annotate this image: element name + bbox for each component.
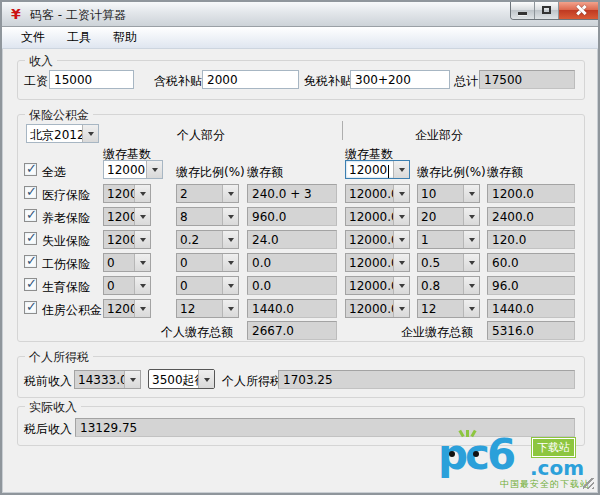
combo-value: 12000.0 bbox=[346, 277, 393, 294]
enterprise-ratio-combo[interactable]: 0.8 bbox=[417, 276, 480, 295]
dropdown-arrow-icon bbox=[124, 371, 140, 388]
dropdown-arrow-icon bbox=[463, 300, 479, 317]
salary-label: 工资 bbox=[24, 73, 48, 90]
enterprise-base-combo[interactable]: 12000.0 bbox=[345, 276, 410, 295]
dropdown-arrow-icon bbox=[463, 254, 479, 271]
pc6-domain-suffix: .com bbox=[530, 456, 584, 480]
tax-threshold-combo[interactable]: 3500起征 bbox=[148, 369, 215, 389]
pretax-income-combo[interactable]: 14333.0 bbox=[74, 370, 141, 389]
pc6-slogan: 中国最安全的下载站 bbox=[438, 478, 590, 491]
personal-ratio-combo[interactable]: 0 bbox=[176, 253, 239, 272]
insurance-row-pension: ✓ 养老保险 12000.0 8 960.0 12000.0 20 2400.0 bbox=[2, 207, 598, 226]
row-label: 养老保险 bbox=[42, 210, 90, 227]
personal-base-combo[interactable]: 0 bbox=[103, 253, 151, 272]
combo-value: 20 bbox=[418, 208, 463, 225]
combo-value: 3500起征 bbox=[149, 370, 198, 388]
insurance-group-label: 保险公积金 bbox=[25, 107, 93, 124]
enterprise-ratio-combo[interactable]: 20 bbox=[417, 207, 480, 226]
personal-base-combo[interactable]: 0 bbox=[103, 276, 151, 295]
dropdown-arrow-icon bbox=[222, 277, 238, 294]
row-checkbox[interactable]: ✓ bbox=[24, 232, 37, 245]
combo-value: 0.2 bbox=[177, 231, 222, 248]
tax-group-label: 个人所得税 bbox=[25, 349, 93, 366]
enterprise-ratio-combo[interactable]: 0.5 bbox=[417, 253, 480, 272]
personal-ratio-combo[interactable]: 0 bbox=[176, 276, 239, 295]
combo-value: 0 bbox=[177, 254, 222, 271]
row-checkbox[interactable]: ✓ bbox=[24, 301, 37, 314]
personal-base-combo[interactable]: 12000.0 bbox=[103, 207, 151, 226]
net-group-label: 实际收入 bbox=[25, 399, 81, 416]
dropdown-arrow-icon bbox=[222, 300, 238, 317]
salary-input[interactable] bbox=[49, 70, 134, 89]
enterprise-ratio-header: 缴存比例(%) bbox=[417, 164, 486, 181]
minimize-button[interactable] bbox=[511, 2, 535, 19]
taxfree-allowance-input[interactable] bbox=[350, 70, 450, 89]
row-checkbox[interactable]: ✓ bbox=[24, 186, 37, 199]
combo-value: 8 bbox=[177, 208, 222, 225]
combo-value: 0.8 bbox=[418, 277, 463, 294]
row-checkbox[interactable]: ✓ bbox=[24, 209, 37, 222]
personal-total-label: 个人缴存总额 bbox=[161, 324, 233, 341]
enterprise-base-combo[interactable]: 12000.0 bbox=[345, 299, 410, 318]
enterprise-section-label: 企业部分 bbox=[415, 127, 463, 144]
title-bar[interactable]: ¥ 码客 - 工资计算器 bbox=[2, 2, 598, 27]
combo-value: 12000 bbox=[104, 161, 146, 178]
dropdown-arrow-icon bbox=[393, 254, 409, 271]
section-divider bbox=[342, 121, 343, 140]
enterprise-total-field: 5316.0 bbox=[487, 321, 575, 340]
enterprise-ratio-combo[interactable]: 12 bbox=[417, 299, 480, 318]
select-all-personal-base-combo[interactable]: 12000 bbox=[103, 160, 163, 179]
select-all-enterprise-base-combo[interactable]: 12000 bbox=[345, 160, 410, 179]
personal-ratio-combo[interactable]: 2 bbox=[176, 184, 239, 203]
dropdown-arrow-icon bbox=[393, 300, 409, 317]
enterprise-base-combo[interactable]: 12000.0 bbox=[345, 253, 410, 272]
check-icon: ✓ bbox=[26, 161, 37, 176]
logo-eye-icon bbox=[473, 451, 479, 457]
personal-base-combo[interactable]: 12000.0 bbox=[103, 299, 151, 318]
enterprise-amount-field: 1200.0 bbox=[487, 184, 575, 203]
personal-ratio-combo[interactable]: 0.2 bbox=[176, 230, 239, 249]
region-select[interactable]: 北京2012 bbox=[26, 124, 99, 143]
dropdown-arrow-icon bbox=[134, 208, 150, 225]
enterprise-base-combo[interactable]: 12000.0 bbox=[345, 230, 410, 249]
personal-ratio-combo[interactable]: 12 bbox=[176, 299, 239, 318]
window-controls bbox=[510, 2, 600, 20]
resize-grip[interactable] bbox=[583, 478, 594, 489]
dropdown-arrow-icon bbox=[198, 370, 214, 388]
tax-result-field: 1703.25 bbox=[278, 370, 575, 389]
dropdown-arrow-icon bbox=[134, 185, 150, 202]
menu-file[interactable]: 文件 bbox=[10, 27, 56, 48]
insurance-row-housing-fund: ✓ 住房公积金 12000.0 12 1440.0 12000.0 12 144… bbox=[2, 299, 598, 318]
dropdown-arrow-icon bbox=[134, 254, 150, 271]
check-icon: ✓ bbox=[26, 230, 37, 245]
row-label: 失业保险 bbox=[42, 233, 90, 250]
personal-base-combo[interactable]: 12000.0 bbox=[103, 184, 151, 203]
select-all-checkbox[interactable]: ✓ bbox=[24, 163, 37, 176]
app-window: ¥ 码客 - 工资计算器 文件 工具 帮助 收入 工资 含税补贴 免税补贴 总计… bbox=[0, 0, 600, 495]
row-checkbox[interactable]: ✓ bbox=[24, 255, 37, 268]
dropdown-arrow-icon bbox=[222, 185, 238, 202]
combo-value: 12000.0 bbox=[104, 208, 134, 225]
personal-base-combo[interactable]: 12000.0 bbox=[103, 230, 151, 249]
enterprise-ratio-combo[interactable]: 1 bbox=[417, 230, 480, 249]
combo-value: 0 bbox=[104, 254, 134, 271]
dropdown-arrow-icon bbox=[393, 277, 409, 294]
menu-tools[interactable]: 工具 bbox=[56, 27, 102, 48]
enterprise-base-combo[interactable]: 12000.0 bbox=[345, 184, 410, 203]
enterprise-ratio-combo[interactable]: 10 bbox=[417, 184, 480, 203]
after-tax-label: 税后收入 bbox=[24, 421, 72, 438]
personal-ratio-combo[interactable]: 8 bbox=[176, 207, 239, 226]
close-button[interactable] bbox=[559, 2, 600, 19]
row-checkbox[interactable]: ✓ bbox=[24, 278, 37, 291]
enterprise-amount-field: 1440.0 bbox=[487, 299, 575, 318]
logo-eye-icon bbox=[449, 451, 455, 457]
maximize-button[interactable] bbox=[535, 2, 559, 19]
dropdown-arrow-icon bbox=[393, 161, 409, 178]
row-label: 住房公积金 bbox=[42, 302, 102, 319]
dropdown-arrow-icon bbox=[222, 254, 238, 271]
enterprise-base-combo[interactable]: 12000.0 bbox=[345, 207, 410, 226]
taxable-allowance-input[interactable] bbox=[202, 70, 299, 89]
row-label: 工伤保险 bbox=[42, 256, 90, 273]
minimize-icon bbox=[518, 12, 527, 15]
menu-help[interactable]: 帮助 bbox=[102, 27, 148, 48]
